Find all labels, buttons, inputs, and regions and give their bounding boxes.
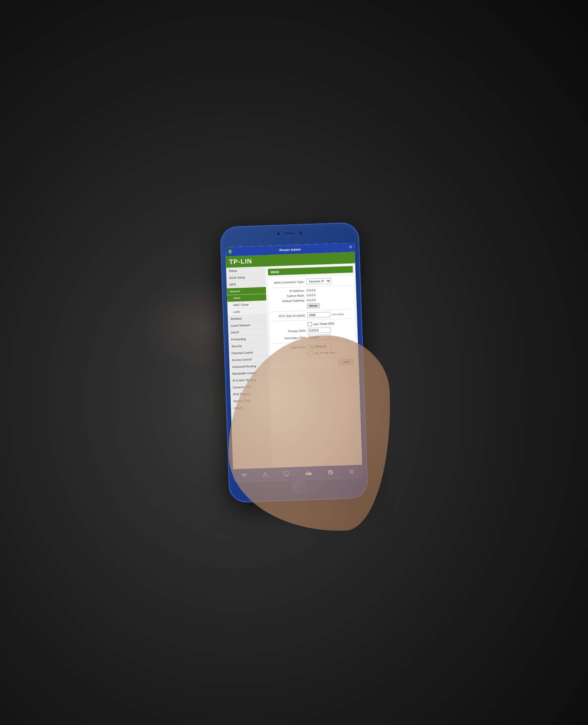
use-dns-label: Use These DNS [313,322,334,326]
primary-dns-input[interactable] [308,327,331,333]
renew-button[interactable]: Renew [307,303,320,308]
status-bar-title: Router Admin [279,247,301,252]
mtu-label: MTU Size (in bytes): [272,314,307,318]
phone-speaker [285,233,294,234]
subnet-mask-value: 0.0.0.0 [307,294,316,297]
connection-type-row: WAN Connection Type: Dynamic IP [270,277,351,286]
phone-notch [277,231,302,235]
default-gateway-value: 0.0.0.0 [307,299,316,302]
tp-link-logo: TP-LIN [229,257,252,265]
connection-type-select[interactable]: Dynamic IP [306,278,332,285]
status-bar-left-icon: 8 [228,249,232,254]
primary-dns-label: Primary DNS: [272,329,308,334]
mtu-row: MTU Size (in bytes): (The defau [272,311,352,319]
connection-type-label: WAN Connection Type: [270,280,306,285]
subnet-mask-label: Subnet Mask: [271,294,307,299]
use-dns-spacer [272,324,308,326]
front-camera [277,232,280,235]
ip-address-label: IP Address: [271,289,307,294]
ip-address-value: 0.0.0.0 [307,289,316,292]
mtu-input[interactable] [307,312,331,318]
renew-spacer [271,306,307,307]
primary-dns-row: Primary DNS: [272,327,353,335]
renew-row: Renew [271,302,352,310]
phone-device: 8 Router Admin ↺ TP-LIN Status Quick Set… [220,223,367,502]
refresh-icon[interactable]: ↺ [349,245,352,250]
front-sensor [299,231,302,234]
wan-section-title: WAN [268,266,353,276]
default-gateway-label: Default Gateway: [271,299,307,303]
mtu-note: (The defau [332,313,344,316]
use-dns-checkbox[interactable] [308,322,312,326]
